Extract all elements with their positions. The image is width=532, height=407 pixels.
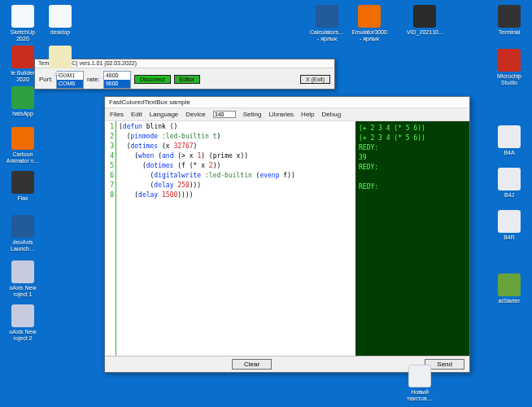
desktop-icon--[interactable]: Новый текстов… xyxy=(402,365,438,401)
app-icon xyxy=(498,49,521,72)
icon-label: Emulator3000 - ярлык xyxy=(351,29,387,42)
icon-label: oAxis New roject 2 xyxy=(9,329,36,341)
app-icon xyxy=(49,5,72,28)
app-icon xyxy=(358,5,381,28)
icon-label: desk xyxy=(55,70,67,76)
app-icon xyxy=(316,5,338,28)
desktop-icon-emulator3000-[interactable]: Emulator3000 - ярлык xyxy=(351,5,387,42)
desktop-icon-desk[interactable]: desk xyxy=(42,46,78,77)
app-icon xyxy=(49,46,72,68)
icon-label: VID_202110… xyxy=(407,29,444,35)
terminal-output: (+ 2 3 4 (* 5 6)) (+ 2 3 4 (* 5 6)) REDY… xyxy=(355,121,469,356)
desktop-icon-vid_202110-[interactable]: VID_202110… xyxy=(407,5,443,36)
desktop-icon-deoaxis-launch-[interactable]: deoAxis Launch… xyxy=(5,215,41,252)
menu-libraries[interactable]: Libraries xyxy=(268,111,294,118)
icon-label: B4J xyxy=(504,192,514,198)
app-icon xyxy=(11,171,34,194)
icon-label: deoAxis Launch… xyxy=(11,239,35,252)
disconnect-button[interactable]: Disconect xyxy=(134,75,171,84)
desktop-icon-microchip-studio[interactable]: Microchip Studio xyxy=(491,49,527,85)
menu-seting[interactable]: Seting xyxy=(243,111,262,118)
icon-label: SketchUp 2020 xyxy=(11,29,35,42)
desktop-icon-b4r[interactable]: B4R xyxy=(491,210,527,241)
app-icon xyxy=(11,5,34,28)
app-icon xyxy=(498,168,521,190)
app-icon xyxy=(11,304,34,327)
device-field[interactable] xyxy=(213,111,236,118)
app-icon xyxy=(11,86,34,109)
icon-label: B4R xyxy=(504,234,515,240)
icon-label: hatsApp xyxy=(12,111,33,116)
app-icon xyxy=(11,127,34,150)
icon-label: Terminal xyxy=(499,29,520,35)
desktop-icon-b4j[interactable]: B4J xyxy=(491,168,527,199)
code-editor[interactable]: 12345678 (defun blink () (pinmode :led-b… xyxy=(105,121,355,356)
editor-window: FastColoredTextBox sample Files Edit Lan… xyxy=(104,96,470,373)
app-icon xyxy=(498,274,521,296)
menu-edit[interactable]: Edit xyxy=(131,111,142,118)
port-window: Termina-Tor (C) vers.1.01 (02.03.2022) P… xyxy=(34,59,335,90)
menu-device[interactable]: Device xyxy=(185,111,205,118)
port-window-title: Termina-Tor (C) vers.1.01 (02.03.2022) xyxy=(35,59,334,68)
app-icon xyxy=(11,215,34,238)
desktop-icon-le-builder-2020[interactable]: le Builder 2020 xyxy=(5,46,41,82)
menu-debug[interactable]: Debug xyxy=(322,111,342,118)
menu-files[interactable]: Files xyxy=(110,111,124,118)
menu-language[interactable]: Language xyxy=(150,111,179,118)
desktop: Termina-Tor (C) vers.1.01 (02.03.2022) P… xyxy=(0,0,532,407)
icon-label: Calculators… - ярлык xyxy=(310,29,344,42)
menubar: Files Edit Language Device Seting Librar… xyxy=(105,108,469,121)
rate-label: rate: xyxy=(87,76,100,83)
app-icon xyxy=(498,210,521,233)
desktop-icon-aistarter[interactable]: aiStarter xyxy=(491,274,527,304)
app-icon xyxy=(498,5,521,28)
app-icon xyxy=(11,260,34,283)
desktop-icon-oaxis-new-roject-2[interactable]: oAxis New roject 2 xyxy=(5,304,41,341)
desktop-icon-cartoon-animator-v-[interactable]: Cartoon Animator v… xyxy=(5,127,41,164)
menu-help[interactable]: Help xyxy=(301,111,314,118)
clear-button[interactable]: Clear xyxy=(232,359,272,370)
app-icon xyxy=(408,365,431,387)
app-icon xyxy=(498,125,521,148)
icon-label: Microchip Studio xyxy=(497,73,521,85)
icon-label: Cartoon Animator v… xyxy=(7,151,39,164)
desktop-icon-b4a[interactable]: B4A xyxy=(491,125,527,156)
exit-button[interactable]: X (Exit) xyxy=(300,75,330,84)
rate-list[interactable]: 4800 9600 19200 xyxy=(103,71,131,89)
code-text[interactable]: (defun blink () (pinmode :led-builtin t)… xyxy=(116,121,355,356)
icon-label: le Builder 2020 xyxy=(11,70,34,82)
desktop-icon-sketchup-2020[interactable]: SketchUp 2020 xyxy=(5,5,41,42)
editor-button[interactable]: Editor xyxy=(174,75,200,84)
port-label: Port: xyxy=(39,76,53,83)
desktop-icon-hatsapp[interactable]: hatsApp xyxy=(5,86,41,117)
app-icon xyxy=(11,46,34,68)
desktop-icon-terminal[interactable]: Terminal xyxy=(491,5,527,36)
line-gutter: 12345678 xyxy=(105,121,116,356)
icon-label: aiStarter xyxy=(499,298,520,304)
desktop-icon-oaxis-new-roject-1[interactable]: oAxis New roject 1 xyxy=(5,260,41,297)
icon-label: desktop xyxy=(50,29,71,35)
desktop-icon-flax[interactable]: Flax xyxy=(5,171,41,202)
desktop-icon-desktop[interactable]: desktop xyxy=(42,5,78,36)
icon-label: B4A xyxy=(504,150,514,155)
icon-label: Новый текстов… xyxy=(407,389,432,401)
desktop-icon-calculators-[interactable]: Calculators… - ярлык xyxy=(309,5,345,42)
icon-label: Flax xyxy=(17,195,28,201)
app-icon xyxy=(413,5,436,28)
icon-label: oAxis New roject 1 xyxy=(9,285,36,297)
editor-title: FastColoredTextBox sample xyxy=(105,97,469,108)
